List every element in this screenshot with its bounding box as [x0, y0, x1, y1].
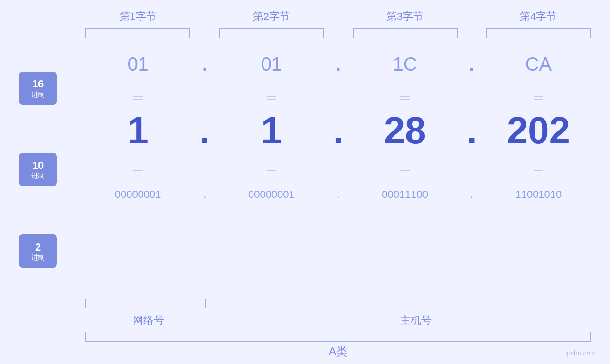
eq-sym2-1: [133, 168, 143, 171]
bin-val1: 00000001: [85, 188, 190, 201]
network-label: 网络号: [85, 313, 212, 327]
dec-number: 10: [32, 159, 44, 172]
bracket-col2: [219, 28, 324, 38]
dec-badge: 10 进制: [19, 153, 57, 186]
eq-sym2-4: [534, 168, 543, 171]
label-column: 16 进制 10 进制 2 进制: [19, 43, 85, 297]
eq-sym-4: [534, 96, 543, 100]
bin-label: 进制: [31, 253, 45, 261]
eq1-4: [486, 90, 591, 100]
eq-row-2: [85, 157, 591, 176]
hex-dot3: .: [458, 54, 486, 75]
content-area: 16 进制 10 进制 2 进制 01 . 01 . 1C . CA: [19, 43, 591, 297]
hex-val4: CA: [486, 54, 591, 75]
eq-sym-1: [133, 96, 143, 100]
dec-dot2: .: [324, 109, 353, 152]
eq-sym-2: [267, 96, 276, 100]
col1-header: 第1字节: [85, 9, 190, 24]
eq1-2: [219, 90, 324, 100]
net-bracket: [85, 299, 206, 308]
dec-row: 1 . 1 . 28 . 202: [85, 104, 591, 157]
hex-label: 进制: [31, 91, 45, 99]
dec-label: 进制: [31, 172, 45, 180]
eq2-3: [353, 161, 458, 171]
class-a-label: A类: [85, 344, 591, 359]
dec-val2: 1: [219, 109, 324, 152]
class-bracket-row: [19, 332, 591, 342]
eq2-2: [219, 161, 324, 171]
class-label-row: A类: [19, 344, 591, 359]
net-host-row: 网络号 主机号: [19, 313, 591, 327]
bin-row: 00000001 . 00000001 . 00011100 . 1100101…: [85, 176, 591, 214]
eq-sym-3: [400, 96, 410, 100]
bracket-col4: [486, 28, 591, 38]
host-bracket: [235, 299, 610, 308]
hex-dot1: .: [190, 54, 219, 75]
eq-row-1: [85, 85, 591, 104]
bottom-bracket-row: [19, 299, 591, 308]
eq2-4: [486, 161, 591, 171]
hex-val1: 01: [85, 54, 190, 75]
hex-badge: 16 进制: [19, 72, 57, 105]
bin-dot2: .: [324, 188, 353, 201]
bracket-col3: [353, 28, 458, 38]
col4-header: 第4字节: [486, 9, 591, 24]
class-bracket: [85, 332, 591, 342]
dec-val1: 1: [85, 109, 190, 152]
bin-val3: 00011100: [353, 188, 458, 201]
bracket-col1: [85, 28, 190, 38]
host-bracket-wrapper: [235, 299, 591, 308]
hex-val2: 01: [219, 54, 324, 75]
main-container: 第1字节 第2字节 第3字节 第4字节 16 进制 10 进制: [0, 0, 610, 364]
dec-dot3: .: [458, 109, 486, 152]
hex-number: 16: [32, 78, 44, 90]
hex-row: 01 . 01 . 1C . CA: [85, 43, 591, 85]
bin-badge: 2 进制: [19, 234, 57, 268]
eq1-1: [85, 90, 190, 100]
header-row: 第1字节 第2字节 第3字节 第4字节: [19, 9, 591, 24]
bin-val2: 00000001: [219, 188, 324, 201]
eq-sym2-3: [400, 168, 410, 171]
top-bracket-row: [19, 28, 591, 38]
values-column: 01 . 01 . 1C . CA: [85, 43, 591, 297]
host-label: 主机号: [240, 313, 591, 327]
eq-sym2-2: [267, 168, 276, 171]
eq1-3: [353, 90, 458, 100]
dec-val4: 202: [486, 109, 591, 152]
hex-dot2: .: [324, 54, 353, 75]
col2-header: 第2字节: [219, 9, 324, 24]
bin-dot1: .: [190, 188, 219, 201]
eq2-1: [85, 161, 190, 171]
bin-number: 2: [35, 241, 41, 253]
hex-val3: 1C: [353, 54, 458, 75]
bin-dot3: .: [458, 188, 486, 201]
dec-dot1: .: [190, 109, 219, 152]
bin-val4: 11001010: [486, 188, 591, 201]
col3-header: 第3字节: [353, 9, 458, 24]
watermark: ipshu.com: [565, 349, 596, 357]
dec-val3: 28: [353, 109, 458, 152]
